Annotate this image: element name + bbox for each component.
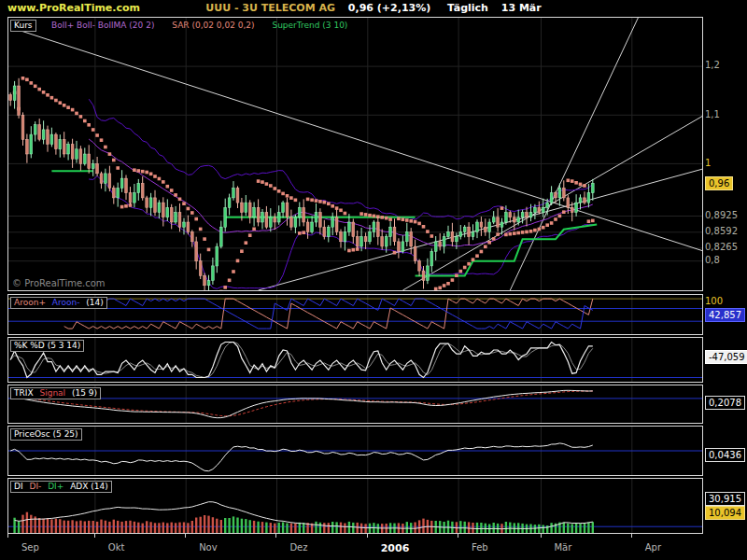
axis-month-label: Okt	[108, 542, 125, 553]
legend-trix: TRIX	[14, 388, 34, 398]
legend-aroon-period: (14)	[86, 298, 103, 307]
price-panel: Kurs Boll+ Boll- BollMA (20 2) SAR (0,02…	[7, 17, 703, 291]
priceosc-panel: PriceOsc (5 25)	[7, 426, 703, 476]
axis-month-label: Sep	[21, 542, 39, 553]
price-axis-label-1: 1	[705, 157, 711, 169]
date-label: 13 Mär	[501, 2, 542, 14]
aroon-chart-canvas[interactable]	[8, 295, 702, 334]
axis-tick	[631, 534, 632, 538]
stochastic-panel-label[interactable]: %K %D (5 3 14)	[10, 340, 84, 352]
time-axis[interactable]: SepOktNovDez2006FebMärApr	[0, 534, 747, 560]
axis-tick	[275, 534, 276, 538]
price-chart-canvas[interactable]	[8, 18, 702, 290]
legend-di-plus: DI+	[48, 482, 63, 491]
price-panel-legend: Boll+ Boll- BollMA (20 2) SAR (0,02 0,02…	[51, 21, 362, 30]
dmi-adx-value-badge: 30,915	[705, 492, 745, 506]
legend-aroon-up: Aroon+	[14, 298, 46, 307]
stochastic-value-badge: -47,059	[705, 350, 747, 364]
legend-bollinger[interactable]: Boll+ Boll- BollMA (20 2)	[51, 21, 154, 30]
price-axis-label-08925: 0,8925	[705, 209, 738, 221]
dmi-panel-label[interactable]: DI DI- DI+ ADX (14)	[10, 481, 112, 493]
legend-adx: ADX (14)	[70, 482, 108, 491]
legend-trix-signal: Signal	[39, 388, 65, 398]
axis-month-label: Nov	[199, 542, 218, 553]
axis-month-label: Dez	[289, 542, 307, 553]
trix-value-badge: 0,2078	[705, 396, 745, 410]
price-axis-label-08592: 0,8592	[705, 225, 738, 237]
trix-chart-canvas[interactable]	[8, 385, 702, 423]
axis-tick	[367, 534, 368, 538]
legend-trix-params: (15 9)	[72, 388, 97, 398]
stochastic-chart-canvas[interactable]	[8, 338, 702, 382]
price-axis-label-1-1: 1,1	[705, 108, 720, 120]
prorealtime-chart-window: { "header": { "site": "www.ProRealTime.c…	[0, 0, 747, 560]
legend-supertrend[interactable]: SuperTrend (3 10)	[272, 21, 347, 30]
axis-tick	[185, 534, 186, 538]
price-axis-label-08265: 0,8265	[705, 241, 738, 253]
price-panel-label[interactable]: Kurs	[10, 20, 36, 32]
aroon-panel: Aroon+ Aroon- (14)	[7, 294, 703, 335]
last-quote: 0,96 (+2,13%)	[348, 2, 430, 14]
axis-month-label: Apr	[645, 542, 661, 553]
priceosc-panel-label[interactable]: PriceOsc (5 25)	[10, 428, 82, 441]
stochastic-panel: %K %D (5 3 14)	[7, 337, 703, 383]
axis-month-label: 2006	[381, 542, 410, 554]
priceosc-value-badge: 0,0436	[705, 448, 745, 462]
legend-di-minus: DI-	[29, 482, 41, 491]
dmi-chart-canvas[interactable]	[8, 479, 702, 533]
dmi-panel: DI DI- DI+ ADX (14)	[7, 478, 703, 534]
instrument-name: UUU - 3U TELECOM AG	[205, 2, 335, 14]
legend-sar[interactable]: SAR (0,02 0,02 0,2)	[172, 21, 254, 30]
priceosc-chart-canvas[interactable]	[8, 427, 702, 475]
axis-tick	[458, 534, 458, 538]
legend-aroon-down: Aroon-	[52, 298, 80, 307]
dmi-di-value-badge: 10,094	[705, 506, 745, 520]
axis-month-label: Feb	[472, 542, 488, 553]
trix-panel-label[interactable]: TRIX Signal (15 9)	[10, 387, 101, 399]
axis-tick	[7, 534, 8, 538]
chart-title: UUU - 3U TELECOM AG 0,96 (+2,13%) Täglic…	[0, 2, 747, 14]
timeframe-label: Täglich	[447, 2, 488, 14]
axis-month-label: Mär	[554, 542, 571, 553]
axis-tick	[541, 534, 542, 538]
axis-tick	[94, 534, 95, 538]
legend-di: DI	[14, 482, 23, 491]
current-price-badge: 0,96	[705, 176, 733, 190]
price-axis-label-0-8: 0,8	[705, 254, 720, 266]
trix-panel: TRIX Signal (15 9)	[7, 385, 703, 424]
price-axis-label-1-2: 1,2	[705, 59, 720, 71]
aroon-panel-label[interactable]: Aroon+ Aroon- (14)	[10, 297, 107, 309]
aroon-axis-label-100: 100	[705, 295, 723, 307]
header-bar: www.ProRealTime.com UUU - 3U TELECOM AG …	[0, 0, 747, 16]
watermark: © ProRealTime.com	[12, 278, 106, 288]
aroon-value-badge: 42,857	[705, 308, 745, 322]
